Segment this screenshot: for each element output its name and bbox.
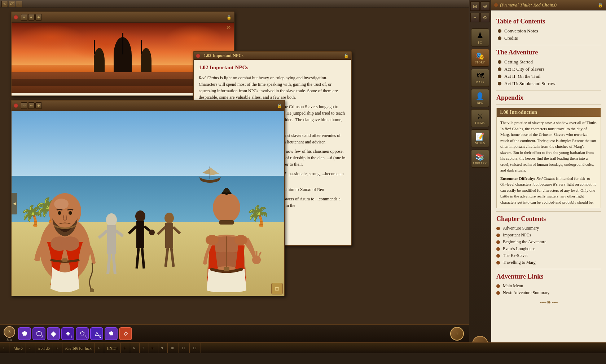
items-icon-btn[interactable]: ⚔ ITEMS <box>471 109 489 127</box>
chapter-item-exslaver[interactable]: The Ex-Slaver <box>496 252 601 259</box>
cmd-marker-9: 9 <box>161 346 163 350</box>
toolbar-pencil-btn[interactable]: ✎ <box>1 1 8 7</box>
char-toolbar-erase[interactable]: ⊗ <box>35 102 42 109</box>
chapter-item-npcs[interactable]: Important NPCs <box>496 232 601 239</box>
scene-toolbar-del[interactable]: ⊗ <box>35 14 42 21</box>
divider-4 <box>496 211 601 212</box>
cloud-right <box>165 25 223 53</box>
toolbar-eraser-btn[interactable]: ⌫ <box>9 1 15 7</box>
player-token[interactable]: Z <box>4 326 15 338</box>
scene-toolbar-edit[interactable]: ✒ <box>28 14 35 21</box>
token-btn[interactable]: T <box>450 327 464 341</box>
svg-rect-9 <box>62 258 67 262</box>
toc-item-act3[interactable]: Act III: Smoke and Sorrow <box>496 80 601 87</box>
toolbar-select-btn[interactable]: ⊹ <box>16 1 22 7</box>
adventure-heading: The Adventure <box>496 49 601 56</box>
toc-text-act1: Act I: City of Slavers <box>504 66 544 72</box>
scroll-indicator[interactable]: ⊙ <box>227 25 231 31</box>
dice-custom[interactable]: ◇ <box>119 327 132 340</box>
grid-toggle-btn[interactable]: ⊞ <box>470 1 480 11</box>
chapter-item-longhouse[interactable]: Evarr's Longhouse <box>496 245 601 252</box>
desktop: ✎ ⌫ ⊹ ✏ ✒ ⊗ 🔒 <box>0 0 606 353</box>
npc-close-btn[interactable] <box>196 54 200 58</box>
player-avatar-area: Z Zacc <box>4 326 15 341</box>
library-label: LIBRARY <box>473 162 487 165</box>
char-close-btn[interactable] <box>14 103 18 108</box>
cmd-seg-2: 2 <box>26 343 35 353</box>
spire-left <box>94 40 95 54</box>
toc-item-act1[interactable]: Act I: City of Slavers <box>496 66 601 73</box>
dice-d10[interactable]: 1 ◈ <box>61 327 74 340</box>
settings-btn[interactable]: ⚙ <box>480 13 490 22</box>
char-toolbar-pen[interactable]: ✏ <box>28 102 35 109</box>
dice-tray: Z Zacc ⬟ 2 ⬡ ◆ 1 ◈ 3 ⬠ 5 △ ⬟ ◇ <box>0 324 469 342</box>
dice-d4[interactable]: ⬟ <box>18 327 31 340</box>
pc-icon: ♟ <box>477 31 484 40</box>
char-toolbar-hand[interactable]: ☜ <box>21 102 27 109</box>
cmd-marker-4: 4 <box>98 346 100 350</box>
pc-icon-btn[interactable]: ♟ PC <box>471 28 489 46</box>
toc-item-credits[interactable]: Credits <box>496 35 601 42</box>
ruler-btn[interactable]: ± <box>470 13 480 22</box>
cmd-seg-7: 7 <box>140 343 149 353</box>
scene-window-close[interactable] <box>14 15 18 19</box>
cmd-seg-rolld6[interactable]: /roll d6 <box>35 343 53 353</box>
scene-nav-left[interactable]: ◀ <box>12 193 17 214</box>
cmd-seg-init[interactable]: [iNIT] <box>104 343 121 353</box>
maps-icon-btn[interactable]: 🗺 MAPS <box>471 69 489 87</box>
svg-line-12 <box>99 231 107 238</box>
zoom-btn[interactable]: ⊕ <box>480 1 490 11</box>
cmd-marker-2: 2 <box>29 346 31 350</box>
sidebar-scroll-content[interactable]: Table of Contents Conversion Notes Credi… <box>491 10 606 353</box>
story-icon-btn[interactable]: 🎭 STORY <box>471 49 489 67</box>
cmd-num-1: 1 <box>3 346 5 350</box>
notes-label: NOTES <box>475 142 485 145</box>
svg-line-20 <box>137 248 139 268</box>
dice-d20[interactable]: 5 △ <box>90 327 103 340</box>
cmd-marker-7: 7 <box>142 346 144 350</box>
svg-point-23 <box>164 213 174 223</box>
toc-text-act2: Act II: On the Trail <box>504 74 540 79</box>
library-icon: 📚 <box>475 152 484 161</box>
warrior-left-figure <box>25 148 105 292</box>
npc-window-title: 1.02 Important NPCs <box>204 53 243 58</box>
cmd-seg-1: 1 <box>0 343 9 353</box>
chapter-text-longhouse: Evarr's Longhouse <box>503 246 535 252</box>
svg-line-15 <box>113 254 115 274</box>
library-icon-btn[interactable]: 📚 LIBRARY <box>471 150 489 168</box>
intro-para-2: Encounter Diffculty: Red Chains is inten… <box>500 176 597 205</box>
svg-point-3 <box>61 236 79 251</box>
chapter-text-travelling: Travelling to Marg <box>503 260 536 265</box>
adv-link-main-menu[interactable]: Main Menu <box>496 283 601 289</box>
toc-item-conversion[interactable]: Conversion Notes <box>496 27 601 35</box>
cmd-seg-die1d6[interactable]: /die 1d6 for luck <box>62 343 95 353</box>
chapter-item-beginning[interactable]: Beginning the Adventure <box>496 239 601 245</box>
toc-item-act2[interactable]: Act II: On the Trail <box>496 73 601 80</box>
svg-rect-36 <box>224 267 229 271</box>
svg-point-7 <box>69 211 72 215</box>
cmd-marker-3: 3 <box>56 346 58 350</box>
svg-point-30 <box>213 192 240 223</box>
npc-icon-btn[interactable]: 👤 NPC <box>471 89 489 107</box>
toc-text-credits: Credits <box>504 35 518 41</box>
cmd-marker-8: 8 <box>152 346 154 350</box>
maps-icon: 🗺 <box>477 72 484 80</box>
scene-toolbar-pencil[interactable]: ✏ <box>21 14 27 21</box>
toc-text-getting-started: Getting Started <box>504 59 533 65</box>
toc-item-getting-started[interactable]: Getting Started <box>496 58 601 66</box>
chapter-item-travelling[interactable]: Travelling to Marg <box>496 259 601 266</box>
svg-point-10 <box>106 213 117 226</box>
dice-d6[interactable]: 2 ⬡ <box>32 327 45 340</box>
main-area: ✏ ✒ ⊗ 🔒 <box>0 8 469 353</box>
dice-d12[interactable]: 3 ⬠ <box>76 327 89 340</box>
chapter-contents-heading: Chapter Contents <box>496 215 601 223</box>
chapter-item-summary[interactable]: Adventure Summary <box>496 225 601 232</box>
cmd-seg-die6[interactable]: /die 6 <box>9 343 26 353</box>
adv-link-next[interactable]: Next: Adventure Summary <box>496 289 601 296</box>
dice-d100[interactable]: ⬟ <box>105 327 118 340</box>
scene-mini-icon[interactable]: ⊞ <box>271 283 283 294</box>
notes-icon-btn[interactable]: 📝 NOTES <box>471 129 489 147</box>
city-tower-right <box>141 48 152 73</box>
npc-para-1: Red Chains is light on combat but heavy … <box>199 75 346 101</box>
dice-d8[interactable]: ◆ <box>47 327 60 340</box>
